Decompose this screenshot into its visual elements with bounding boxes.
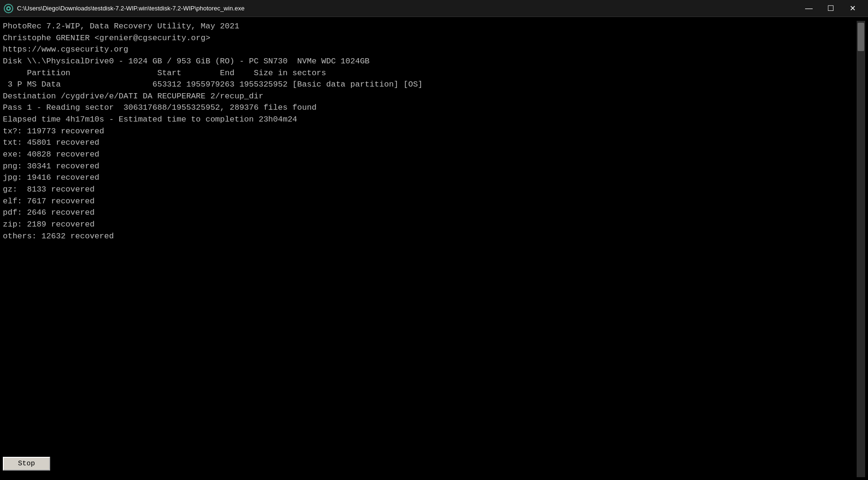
terminal-line: txt: 45801 recovered: [3, 137, 857, 149]
scrollbar[interactable]: [857, 21, 865, 477]
title-bar-left: C:\Users\Diego\Downloads\testdisk-7.2-WI…: [4, 4, 245, 13]
terminal-line: pdf: 2646 recovered: [3, 207, 857, 219]
terminal-line: https://www.cgsecurity.org: [3, 44, 857, 56]
terminal-line: png: 30341 recovered: [3, 161, 857, 173]
terminal-line: PhotoRec 7.2-WIP, Data Recovery Utility,…: [3, 21, 857, 33]
title-bar-controls: — ☐ ✕: [798, 1, 863, 16]
terminal: PhotoRec 7.2-WIP, Data Recovery Utility,…: [0, 17, 868, 480]
app-icon: [4, 4, 13, 13]
terminal-line: 3 P MS Data 653312 1955979263 1955325952…: [3, 79, 857, 91]
terminal-line: Disk \\.\PhysicalDrive0 - 1024 GB / 953 …: [3, 56, 857, 68]
stop-button[interactable]: Stop: [3, 457, 50, 471]
terminal-line: Pass 1 - Reading sector 306317688/195532…: [3, 102, 857, 114]
terminal-line: elf: 7617 recovered: [3, 196, 857, 208]
terminal-line: jpg: 19416 recovered: [3, 172, 857, 184]
svg-point-2: [8, 8, 9, 9]
scrollbar-thumb[interactable]: [858, 23, 864, 51]
terminal-line: tx?: 119773 recovered: [3, 126, 857, 138]
maximize-button[interactable]: ☐: [820, 1, 842, 16]
terminal-line: zip: 2189 recovered: [3, 219, 857, 231]
terminal-line: others: 12632 recovered: [3, 231, 857, 243]
terminal-line: Partition Start End Size in sectors: [3, 68, 857, 79]
title-bar: C:\Users\Diego\Downloads\testdisk-7.2-WI…: [0, 0, 868, 17]
terminal-line: gz: 8133 recovered: [3, 184, 857, 196]
minimize-button[interactable]: —: [798, 1, 820, 16]
stop-button-container: Stop: [3, 457, 50, 471]
terminal-line: Christophe GRENIER <grenier@cgsecurity.o…: [3, 33, 857, 44]
terminal-content: PhotoRec 7.2-WIP, Data Recovery Utility,…: [3, 21, 857, 477]
close-button[interactable]: ✕: [842, 1, 863, 16]
terminal-line: exe: 40828 recovered: [3, 149, 857, 161]
title-bar-text: C:\Users\Diego\Downloads\testdisk-7.2-WI…: [17, 5, 245, 12]
terminal-line: Destination /cygdrive/e/DATI DA RECUPERA…: [3, 91, 857, 103]
terminal-line: Elapsed time 4h17m10s - Estimated time t…: [3, 114, 857, 126]
